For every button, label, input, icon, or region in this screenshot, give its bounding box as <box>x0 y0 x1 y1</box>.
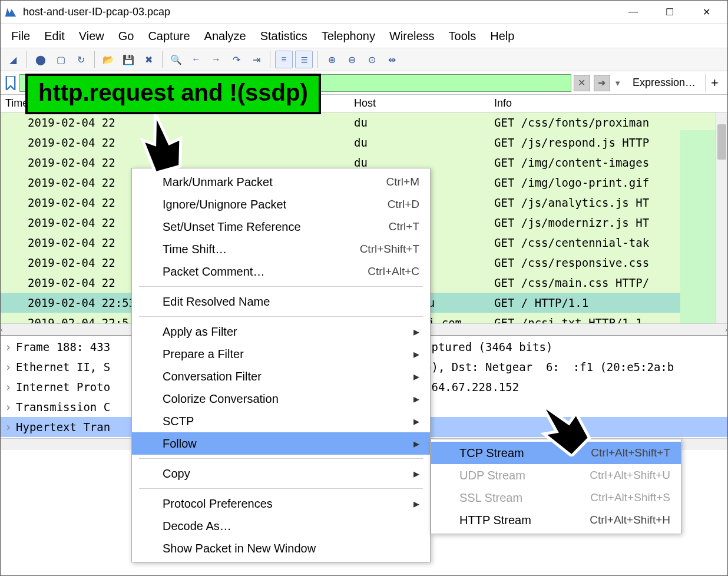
context-menu[interactable]: Mark/Unmark PacketCtrl+MIgnore/Unignore … <box>131 168 431 562</box>
toolbar-icon[interactable]: 🔍 <box>167 51 185 68</box>
expand-icon[interactable]: › <box>1 380 16 393</box>
expand-icon[interactable]: › <box>1 340 16 353</box>
separator <box>27 51 27 68</box>
menu-help[interactable]: Help <box>490 29 514 43</box>
menu-item-shortcut: Ctrl+D <box>388 198 419 211</box>
filter-apply-button[interactable]: ➔ <box>594 75 610 91</box>
menu-statistics[interactable]: Statistics <box>260 29 307 43</box>
submenu-arrow-icon: ▸ <box>410 347 419 361</box>
menu-item[interactable]: Prepare a Filter▸ <box>132 343 430 365</box>
menu-item[interactable]: Set/Unset Time ReferenceCtrl+T <box>132 216 430 238</box>
close-button[interactable]: ✕ <box>697 6 716 18</box>
toolbar-colorize-icon[interactable]: ≣ <box>295 51 313 68</box>
filter-clear-button[interactable]: ✕ <box>574 75 590 91</box>
detail-text: Transmission C <box>16 400 110 413</box>
submenu-arrow-icon: ▸ <box>410 436 419 451</box>
menu-bar: File Edit View Go Capture Analyze Statis… <box>1 24 727 48</box>
intelligent-scrollbar[interactable] <box>680 130 716 323</box>
menu-item[interactable]: Apply as Filter▸ <box>132 320 430 343</box>
menu-item[interactable]: Ignore/Unignore PacketCtrl+D <box>132 193 430 216</box>
toolbar-icon[interactable]: 📂 <box>100 51 117 68</box>
submenu-item-label: SSL Stream <box>459 491 590 505</box>
toolbar-icon[interactable]: ↷ <box>227 51 245 68</box>
expand-icon[interactable]: › <box>1 400 16 413</box>
submenu-item[interactable]: HTTP StreamCtrl+Alt+Shift+H <box>431 509 681 531</box>
menu-edit[interactable]: Edit <box>44 29 64 43</box>
menu-item-label: Protocol Preferences <box>163 497 410 511</box>
add-filter-button[interactable]: + <box>705 74 724 92</box>
submenu-item-shortcut: Ctrl+Alt+Shift+H <box>590 514 670 527</box>
submenu-arrow-icon: ▸ <box>410 369 419 383</box>
window-title: host-and-user-ID-pcap-03.pcap <box>23 6 624 18</box>
filter-history-dropdown[interactable]: ▾ <box>613 78 623 88</box>
expand-icon[interactable]: › <box>1 421 16 433</box>
col-host-header[interactable]: Host <box>354 97 494 110</box>
separator <box>162 51 163 68</box>
menu-item-label: Mark/Unmark Packet <box>163 176 386 189</box>
toolbar-autoscroll-icon[interactable]: ≡ <box>275 51 293 68</box>
submenu-arrow-icon: ▸ <box>410 466 419 481</box>
menu-go[interactable]: Go <box>118 29 134 43</box>
menu-item[interactable]: Protocol Preferences▸ <box>132 492 430 515</box>
bookmark-icon[interactable] <box>4 76 17 90</box>
toolbar-icon[interactable]: ⇥ <box>247 51 265 68</box>
maximize-button[interactable]: ☐ <box>660 6 679 18</box>
minimize-button[interactable]: — <box>624 6 643 18</box>
packet-row[interactable]: 2019-02-04 22duGET /js/respond.js HTTP <box>1 133 727 153</box>
zoom-in-icon[interactable]: ⊕ <box>323 51 340 68</box>
toolbar-icon[interactable]: ⬤ <box>32 51 49 68</box>
menu-item-label: Prepare a Filter <box>163 347 410 361</box>
menu-separator <box>139 488 423 489</box>
resize-columns-icon[interactable]: ⇹ <box>383 51 401 68</box>
menu-item-label: Ignore/Unignore Packet <box>163 198 388 211</box>
menu-item[interactable]: Edit Resolved Name <box>132 290 430 313</box>
menu-item[interactable]: SCTP▸ <box>132 410 430 432</box>
expand-icon[interactable]: › <box>1 360 16 373</box>
menu-wireless[interactable]: Wireless <box>389 29 435 43</box>
detail-text: Internet Proto <box>16 380 110 393</box>
toolbar-icon[interactable]: ↻ <box>72 51 90 68</box>
menu-item[interactable]: Time Shift…Ctrl+Shift+T <box>132 238 430 260</box>
menu-analyze[interactable]: Analyze <box>204 29 246 43</box>
separator <box>317 51 318 68</box>
menu-item-label: Time Shift… <box>163 243 360 256</box>
menu-item-label: Colorize Conversation <box>163 392 410 406</box>
menu-item[interactable]: Packet Comment…Ctrl+Alt+C <box>132 260 430 283</box>
zoom-reset-icon[interactable]: ⊙ <box>363 51 380 68</box>
menu-view[interactable]: View <box>79 29 104 43</box>
menu-item-label: Show Packet in New Window <box>163 542 419 555</box>
zoom-out-icon[interactable]: ⊖ <box>343 51 360 68</box>
menu-telephony[interactable]: Telephony <box>322 29 375 43</box>
menu-tools[interactable]: Tools <box>449 29 476 43</box>
wireshark-icon <box>4 6 17 19</box>
menu-item[interactable]: Follow▸ <box>132 432 430 455</box>
toolbar-icon[interactable]: ◢ <box>4 51 22 68</box>
toolbar-icon[interactable]: ✖ <box>140 51 157 68</box>
menu-file[interactable]: File <box>11 29 30 43</box>
submenu-arrow-icon: ▸ <box>410 392 419 406</box>
packet-row[interactable]: 2019-02-04 22duGET /css/fonts/proximan <box>1 112 727 133</box>
menu-item[interactable]: Conversation Filter▸ <box>132 365 430 388</box>
menu-item[interactable]: Colorize Conversation▸ <box>132 388 430 410</box>
cell-host: du <box>354 156 494 169</box>
toolbar-icon[interactable]: 💾 <box>120 51 137 68</box>
menu-item[interactable]: Decode As… <box>132 515 430 537</box>
menu-item-label: Conversation Filter <box>163 370 410 383</box>
menu-item[interactable]: Copy▸ <box>132 462 430 485</box>
menu-item[interactable]: Show Packet in New Window <box>132 537 430 560</box>
toolbar-icon[interactable]: → <box>207 51 225 68</box>
menu-separator <box>139 316 423 317</box>
col-info-header[interactable]: Info <box>494 97 727 110</box>
expression-button[interactable]: Expression… <box>626 77 703 89</box>
menu-item-label: Copy <box>163 467 410 481</box>
toolbar-icon[interactable]: ▢ <box>52 51 70 68</box>
scrollbar-vertical[interactable] <box>716 112 727 323</box>
submenu-item-label: UDP Stream <box>459 469 590 482</box>
menu-separator <box>139 458 423 459</box>
detail-text: Ethernet II, S <box>16 360 110 373</box>
scrollbar-thumb[interactable] <box>717 124 726 160</box>
submenu-arrow-icon: ▸ <box>410 496 419 511</box>
menu-item-shortcut: Ctrl+Shift+T <box>360 243 419 256</box>
toolbar-icon[interactable]: ← <box>187 51 205 68</box>
menu-capture[interactable]: Capture <box>148 29 190 43</box>
